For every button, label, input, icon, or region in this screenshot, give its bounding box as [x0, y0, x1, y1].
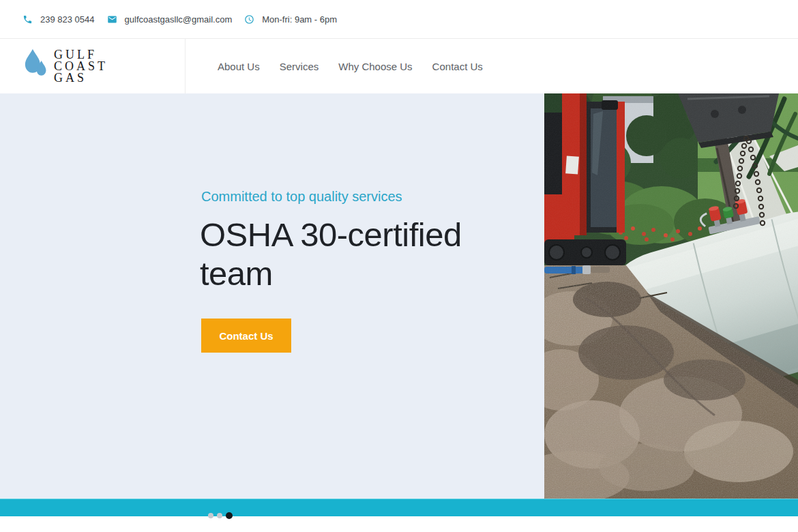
nav-item-about-us[interactable]: About Us [218, 61, 260, 72]
nav-item-contact-us[interactable]: Contact Us [432, 61, 483, 72]
phone-link[interactable]: 239 823 0544 [23, 14, 95, 25]
logo-line-3: GAS [54, 72, 108, 84]
photo-grain-overlay [544, 93, 798, 499]
teal-divider-band [0, 499, 798, 516]
logo-line-2: COAST [54, 61, 108, 72]
hero-kicker: Committed to top quality services [201, 189, 500, 205]
hero-photo [544, 93, 798, 499]
carousel-dots [208, 512, 233, 520]
logo-line-1: GULF [54, 49, 108, 61]
email-address: gulfcoastgasllc@gmail.com [125, 14, 233, 25]
logo-wordmark: GULF COAST GAS [54, 49, 108, 84]
email-link[interactable]: gulfcoastgasllc@gmail.com [107, 14, 233, 25]
clock-icon [244, 14, 254, 25]
hero-content: Committed to top quality services OSHA 3… [201, 189, 500, 353]
carousel-dot-3-active[interactable] [226, 512, 233, 519]
nav-item-services[interactable]: Services [280, 61, 319, 72]
phone-number: 239 823 0544 [40, 14, 95, 25]
main-nav: About Us Services Why Choose Us Contact … [218, 39, 483, 93]
contact-us-button[interactable]: Contact Us [201, 319, 291, 353]
logo-link[interactable]: GULF COAST GAS [0, 39, 186, 93]
carousel-dot-1[interactable] [208, 513, 213, 518]
envelope-icon [107, 14, 117, 25]
phone-icon [23, 14, 33, 25]
hero-section: Committed to top quality services OSHA 3… [0, 93, 798, 499]
top-info-bar: 239 823 0544 gulfcoastgasllc@gmail.com M… [0, 0, 798, 39]
carousel-dot-2[interactable] [217, 513, 222, 518]
water-drop-logo-icon [25, 49, 48, 83]
hours-item: Mon-fri: 9am - 6pm [244, 14, 337, 25]
site-header: GULF COAST GAS About Us Services Why Cho… [0, 39, 798, 93]
hero-title: OSHA 30-certified team [200, 216, 500, 293]
business-hours: Mon-fri: 9am - 6pm [262, 14, 337, 25]
nav-item-why-choose-us[interactable]: Why Choose Us [338, 61, 412, 72]
